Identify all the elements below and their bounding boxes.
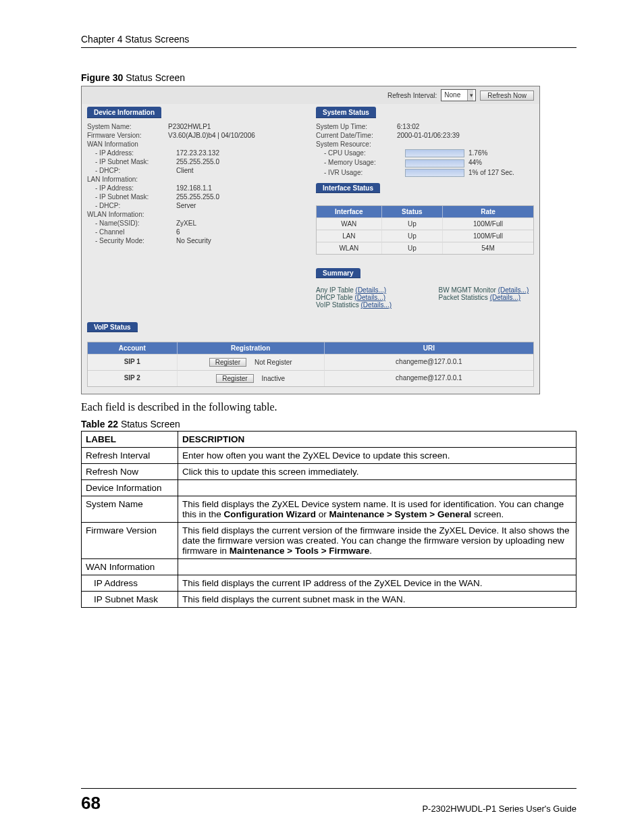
desc-label: WAN Information	[82, 559, 178, 575]
info-key: - DHCP:	[87, 167, 176, 174]
desc-label: Device Information	[82, 480, 178, 496]
voip-row: SIP 2RegisterInactivechangeme@127.0.0.1	[88, 370, 533, 386]
summary-link[interactable]: Any IP Table (Details...)	[316, 286, 412, 294]
interface-row: LANUp100M/Full	[317, 230, 533, 242]
voip-account: SIP 2	[88, 370, 178, 386]
voip-registration-cell: RegisterNot Register	[178, 354, 325, 370]
desc-description	[178, 559, 576, 575]
interface-cell: 100M/Full	[443, 217, 533, 230]
system-status-row: Current Date/Time:2000-01-01/06:23:39	[316, 131, 534, 140]
system-status-header: System Status	[316, 107, 376, 118]
info-key: - IP Subnet Mask:	[87, 158, 176, 165]
status-key: - Memory Usage:	[316, 159, 405, 167]
status-key: - IVR Usage:	[316, 169, 405, 177]
info-value: 192.168.1.1	[176, 184, 212, 192]
refresh-interval-label: Refresh Interval:	[387, 92, 437, 99]
interface-cell: WAN	[317, 217, 382, 230]
device-info-row: - Security Mode:No Security	[87, 236, 305, 245]
status-key: System Resource:	[316, 140, 397, 148]
device-info-row: WAN Information	[87, 140, 305, 149]
info-key: - Channel	[87, 228, 176, 236]
info-value: 6	[176, 228, 180, 236]
page-footer: 68 P-2302HWUDL-P1 Series User's Guide	[81, 788, 576, 814]
desc-description: This field displays the current IP addre…	[178, 575, 576, 592]
refresh-now-button[interactable]: Refresh Now	[480, 90, 534, 101]
interface-status-table: Interface Status Rate WANUp100M/FullLANU…	[316, 205, 534, 255]
table-row: Device Information	[82, 480, 576, 496]
desc-description: Enter how often you want the ZyXEL Devic…	[178, 448, 576, 464]
info-value: P2302HWLP1	[168, 123, 211, 130]
info-key: - IP Address:	[87, 184, 176, 192]
info-value: V3.60(AJB.0)b4 | 04/10/2006	[168, 132, 255, 139]
system-status-row: - IVR Usage:1% of 127 Sec.	[316, 168, 534, 178]
info-value: 172.23.23.132	[176, 149, 219, 157]
desc-label: System Name	[82, 496, 178, 523]
info-key: - Security Mode:	[87, 237, 176, 244]
table-number: Table 22	[81, 419, 118, 429]
info-value: Server	[176, 202, 196, 209]
info-key: - Name(SSID):	[87, 219, 176, 227]
summary-link[interactable]: Packet Statistics (Details...)	[439, 294, 535, 301]
info-key: - IP Subnet Mask:	[87, 193, 176, 201]
if-col-interface: Interface	[317, 206, 382, 217]
device-info-row: System Name:P2302HWLP1	[87, 122, 305, 131]
info-key: - IP Address:	[87, 149, 176, 157]
status-key: - CPU Usage:	[316, 149, 405, 157]
usage-bar	[405, 159, 464, 167]
status-screenshot: Refresh Interval: None Refresh Now Devic…	[81, 86, 540, 394]
summary-link[interactable]: VoIP Statistics (Details...)	[316, 301, 412, 309]
page-number: 68	[81, 793, 101, 814]
info-key: Firmware Version:	[87, 132, 168, 139]
info-value: Client	[176, 167, 194, 174]
voip-col-uri: URI	[325, 342, 533, 354]
register-button[interactable]: Register	[209, 358, 246, 367]
usage-bar	[405, 169, 464, 177]
summary-link[interactable]: BW MGMT Monitor (Details...)	[439, 286, 535, 294]
table-row: IP AddressThis field displays the curren…	[82, 575, 576, 592]
desc-description	[178, 480, 576, 496]
voip-registration-status: Not Register	[254, 359, 292, 366]
interface-cell: 100M/Full	[443, 230, 533, 242]
desc-col-label: LABEL	[82, 432, 178, 448]
device-info-row: LAN Information:	[87, 175, 305, 184]
table-row: Firmware VersionThis field displays the …	[82, 523, 576, 559]
info-value: 255.255.255.0	[176, 158, 219, 165]
info-value: No Security	[176, 237, 211, 244]
interface-row: WANUp100M/Full	[317, 217, 533, 230]
info-value: 255.255.255.0	[176, 193, 219, 201]
voip-account: SIP 1	[88, 354, 178, 370]
info-key: WAN Information	[87, 140, 168, 148]
desc-label: Firmware Version	[82, 523, 178, 559]
description-table: LABEL DESCRIPTION Refresh IntervalEnter …	[81, 431, 576, 608]
usage-bar	[405, 149, 464, 157]
info-key: WLAN Information:	[87, 211, 168, 218]
voip-registration-status: Inactive	[262, 375, 285, 382]
desc-label: Refresh Interval	[82, 448, 178, 464]
refresh-interval-select[interactable]: None	[441, 89, 476, 101]
device-info-row: - IP Address:192.168.1.1	[87, 184, 305, 192]
figure-caption: Figure 30 Status Screen	[81, 72, 576, 83]
summary-link[interactable]: DHCP Table (Details...)	[316, 294, 412, 301]
summary-header: Summary	[316, 268, 360, 278]
info-key: System Name:	[87, 123, 168, 130]
system-status-row: System Up Time:6:13:02	[316, 122, 534, 131]
device-info-row: - IP Address:172.23.23.132	[87, 149, 305, 157]
status-value: 44%	[405, 159, 482, 167]
interface-cell: Up	[382, 230, 443, 242]
table-row: WAN Information	[82, 559, 576, 575]
device-info-row: - IP Subnet Mask:255.255.255.0	[87, 157, 305, 166]
table-row: Refresh NowClick this to update this scr…	[82, 464, 576, 480]
table-row: Refresh IntervalEnter how often you want…	[82, 448, 576, 464]
interface-cell: 54M	[443, 242, 533, 254]
device-info-row: Firmware Version:V3.60(AJB.0)b4 | 04/10/…	[87, 131, 305, 140]
if-col-status: Status	[382, 206, 443, 217]
status-value: 1.76%	[405, 149, 487, 157]
desc-description: This field displays the ZyXEL Device sys…	[178, 496, 576, 523]
device-info-row: WLAN Information:	[87, 210, 305, 219]
info-value: ZyXEL	[176, 219, 196, 227]
desc-description: Click this to update this screen immedia…	[178, 464, 576, 480]
register-button[interactable]: Register	[216, 374, 253, 383]
device-info-row: - Channel6	[87, 228, 305, 236]
chapter-header: Chapter 4 Status Screens	[81, 34, 576, 48]
interface-cell: LAN	[317, 230, 382, 242]
